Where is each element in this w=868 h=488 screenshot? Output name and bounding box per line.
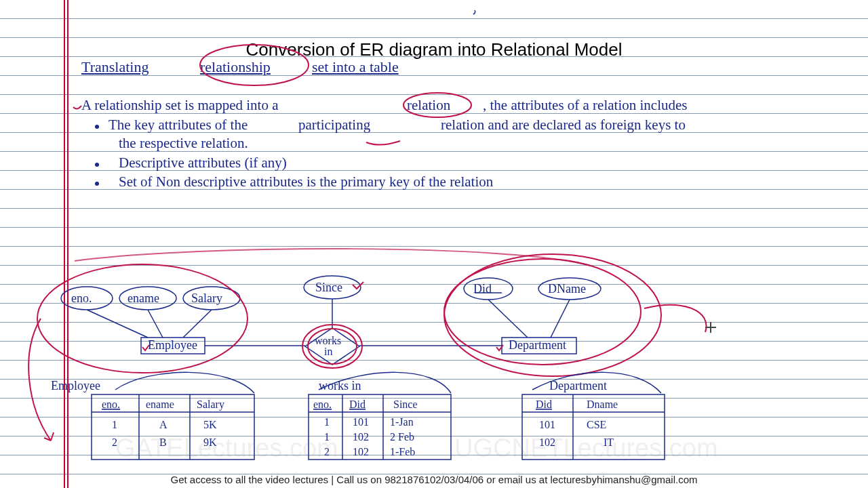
heading-part1: Translating — [81, 58, 149, 76]
line4: Descriptive attributes (if any) — [119, 155, 287, 171]
line5: Set of Non descriptive attributes is the… — [119, 174, 493, 190]
line1a: A relationship set is mapped into a — [81, 97, 278, 114]
line2c: relation and are declared as foreign key… — [441, 117, 686, 134]
margin-line — [64, 0, 65, 488]
heading-part2: relationship — [200, 58, 271, 76]
watermark-left: GATELectures.com — [115, 434, 338, 463]
bullet-icon — [95, 182, 99, 186]
footer-text: Get access to all the video lectures | C… — [0, 474, 868, 485]
line2a: The key attributes of the — [108, 117, 248, 134]
margin-line — [67, 0, 68, 488]
page-title: Conversion of ER diagram into Relational… — [0, 39, 868, 60]
heading-part3: set into a table — [312, 58, 399, 76]
bullet-icon — [95, 163, 99, 167]
line2b: participating — [298, 117, 370, 134]
line1b: relation — [407, 97, 450, 114]
bullet-icon — [95, 125, 99, 129]
line1c: , the attributes of a relation includes — [483, 97, 688, 114]
line3: the respective relation. — [119, 135, 248, 152]
watermark-right: UGCNETLectures.com — [454, 434, 718, 463]
crosshair-cursor-icon — [705, 322, 716, 333]
